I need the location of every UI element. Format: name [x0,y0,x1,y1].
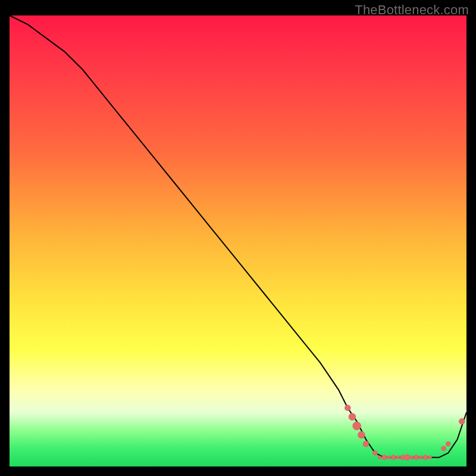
curve-marker [349,414,356,421]
curve-marker [382,455,387,460]
curve-marker [391,455,396,460]
curve-marker [372,450,377,455]
curve-marker [396,456,400,459]
curve-marker [378,456,381,459]
chart-svg [10,15,466,466]
curve-marker [387,456,390,459]
chart-frame: TheBottleneck.com [0,0,476,476]
curve-marker [345,405,350,411]
curve-marker [414,455,419,460]
curve-marker [419,456,422,459]
curve-marker [363,441,369,447]
curve-marker [446,441,450,446]
curve-marker [423,455,428,460]
curve-marker [358,431,365,439]
curve-marker [428,456,432,459]
curve-marker [353,422,361,430]
curve-marker [410,456,414,459]
curve-marker [441,446,446,451]
curve-markers [345,405,465,461]
curve-marker [459,418,465,424]
curve-marker [404,455,410,461]
bottleneck-curve [10,15,466,458]
plot-area [10,15,466,466]
